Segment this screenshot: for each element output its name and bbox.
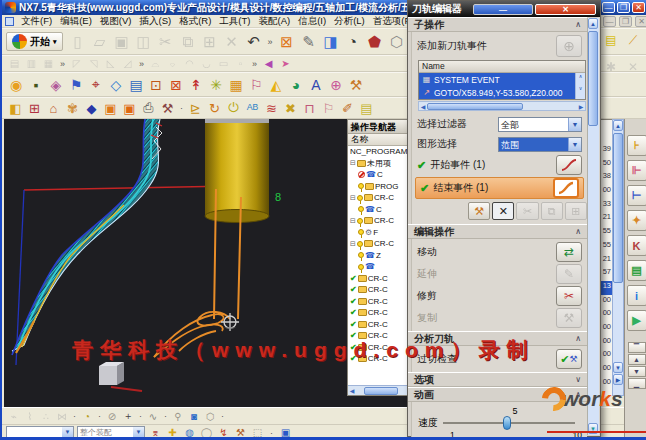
navigator-tree-row[interactable]: ✔CR-C: [348, 319, 407, 331]
open-icon[interactable]: ▱: [89, 31, 111, 53]
toolbar-overflow-icon[interactable]: »: [136, 59, 147, 69]
close-x-icon[interactable]: ⊠: [166, 75, 186, 95]
save-icon[interactable]: ▣: [111, 31, 133, 53]
scroll-down-button[interactable]: ▼: [628, 366, 646, 377]
navigator-tree-row[interactable]: ✔CR-C: [348, 296, 407, 308]
toolbar-overflow-icon[interactable]: »: [265, 37, 276, 47]
menu-item[interactable]: 信息(I): [294, 15, 330, 28]
sketch-icon[interactable]: ✎: [298, 31, 320, 53]
undo-icon[interactable]: ↶: [243, 31, 265, 53]
copy-event-button[interactable]: ⧉: [541, 202, 563, 220]
target-icon[interactable]: ⊕: [326, 75, 346, 95]
rotate90-icon[interactable]: ↻: [205, 99, 224, 117]
dock-top-button[interactable]: ▔: [628, 342, 646, 353]
scrollbar-thumb[interactable]: [588, 31, 598, 126]
stack-icon[interactable]: ≋: [262, 99, 281, 117]
pink-tool-icon[interactable]: ⚐: [319, 99, 338, 117]
cube-color-icon[interactable]: ◙: [186, 409, 202, 423]
abc-icon[interactable]: ᴬᴮ: [243, 99, 262, 117]
delete-icon[interactable]: ✕: [221, 31, 243, 53]
name-column-header[interactable]: 名称: [348, 134, 407, 146]
scroll-up-icon[interactable]: ▲: [588, 18, 598, 29]
cut-icon[interactable]: ✂: [155, 31, 177, 53]
flower-icon[interactable]: ✳: [206, 75, 226, 95]
print-icon[interactable]: ⎙: [139, 99, 158, 117]
toolbar-overflow-icon[interactable]: ·: [136, 411, 145, 421]
dock-bottom-button[interactable]: ▁: [628, 378, 646, 389]
op5b-icon[interactable]: ▣: [120, 99, 139, 117]
dialog-close-button[interactable]: ✕: [535, 4, 596, 15]
toolpath-editor-dialog[interactable]: 刀轨编辑器 — ✕ ▲ ▼ 子操作 ∧ 添加新刀轨事件 ⊕ Name ▦SYST…: [407, 0, 601, 437]
wrench-button[interactable]: ⚒: [468, 202, 490, 220]
internet-tab[interactable]: i: [627, 285, 646, 306]
edit-feature-icon[interactable]: ◺: [102, 57, 119, 71]
cut-event-button[interactable]: ✂: [516, 202, 538, 220]
plus-icon[interactable]: ＋: [120, 409, 136, 423]
close-button[interactable]: ✕: [632, 2, 645, 13]
scroll-up-button[interactable]: ▲: [628, 354, 646, 365]
tool-axis-icon[interactable]: ↟: [186, 75, 206, 95]
add-event-button[interactable]: ⊕: [556, 35, 582, 57]
arrow-icon[interactable]: ➤: [277, 57, 294, 71]
modeling-cube-icon[interactable]: ◨: [320, 31, 342, 53]
event-list-row[interactable]: ↗GOTO/X58.949,Y-53.580,Z20.000: [419, 86, 575, 99]
minimize-button[interactable]: —: [602, 2, 615, 13]
speed-slider[interactable]: [443, 416, 575, 430]
end-event-row[interactable]: ✔ 结束事件 (1): [415, 177, 584, 199]
list-name-header[interactable]: Name: [419, 61, 585, 73]
dialog-minimize-button[interactable]: —: [473, 4, 534, 15]
options-header[interactable]: 选项 ∨: [408, 372, 587, 387]
image-icon[interactable]: ⊡: [146, 75, 166, 95]
scrollbar-thumb[interactable]: [613, 133, 623, 283]
constraint-navigator-tab[interactable]: ⊩: [627, 160, 646, 181]
roles-tab[interactable]: ▤: [627, 260, 646, 281]
navigator-tree-row[interactable]: ☎C: [348, 169, 407, 181]
history-tab[interactable]: ▶: [627, 310, 646, 331]
snap-point-icon[interactable]: ⌁: [6, 409, 22, 423]
toolbar-overflow-icon[interactable]: »: [249, 59, 260, 69]
wireframe-icon[interactable]: ▪: [26, 75, 46, 95]
layer-icon[interactable]: ▤: [126, 75, 146, 95]
edit-operations-header[interactable]: 编辑操作 ∧: [408, 224, 587, 239]
operation-navigator-tab[interactable]: ✦: [627, 210, 646, 231]
boxes-icon[interactable]: ⊞: [25, 99, 44, 117]
scrollbar-thumb[interactable]: [427, 103, 523, 110]
toolbar-overflow-icon[interactable]: ·: [218, 411, 227, 421]
trim-button[interactable]: ✂: [556, 286, 582, 306]
start-menu-button[interactable]: 开始 ▾: [6, 32, 63, 51]
menu-item[interactable]: 文件(F): [17, 15, 56, 28]
copy-icon[interactable]: ⧉: [177, 31, 199, 53]
mill5-icon[interactable]: ⊵: [186, 99, 205, 117]
navigator-tree-row[interactable]: ✔CR-C: [348, 307, 407, 319]
globe-icon[interactable]: ◕: [286, 75, 306, 95]
snap-end-icon[interactable]: ⌇: [22, 409, 38, 423]
navigator-tree-row[interactable]: ✔CR-C: [348, 284, 407, 296]
measure-icon[interactable]: ⌖: [86, 75, 106, 95]
edit-feature-icon[interactable]: ◿: [119, 57, 136, 71]
surface-icon[interactable]: ◠: [181, 57, 198, 71]
start-event-button[interactable]: [556, 155, 582, 175]
extend-button[interactable]: ✎: [556, 264, 582, 284]
wrench-icon[interactable]: ⚒: [346, 75, 366, 95]
navigator-tree-row[interactable]: ☎Z: [348, 250, 407, 262]
sub-operation-header[interactable]: 子操作 ∧: [408, 17, 587, 32]
menu-item[interactable]: 装配(A): [255, 15, 295, 28]
spline-icon[interactable]: ∿: [145, 409, 161, 423]
link-icon[interactable]: ⊘: [104, 409, 120, 423]
menu-item[interactable]: 工具(T): [215, 15, 254, 28]
toolbar-overflow-icon[interactable]: ·: [267, 428, 276, 438]
snap-int-icon[interactable]: ⋈: [54, 409, 70, 423]
scroll-left-icon[interactable]: ◀: [419, 102, 427, 110]
move-button[interactable]: ⇄: [556, 242, 582, 262]
slider-thumb[interactable]: [503, 416, 511, 430]
gouge-check-button[interactable]: ✔⚒: [556, 349, 582, 369]
scroll-right-icon[interactable]: ▶: [577, 102, 585, 110]
flag-icon[interactable]: ⚐: [246, 75, 266, 95]
toolbar-overflow-icon[interactable]: ·: [177, 103, 186, 113]
edit-feature-icon[interactable]: ◸: [68, 57, 85, 71]
hand-icon[interactable]: ✱: [602, 58, 620, 76]
menu-item[interactable]: 编辑(E): [56, 15, 96, 28]
display-mode-icon[interactable]: ⊠: [276, 31, 298, 53]
flower2-icon[interactable]: ✾: [63, 99, 82, 117]
cage-icon[interactable]: ▦: [226, 75, 246, 95]
